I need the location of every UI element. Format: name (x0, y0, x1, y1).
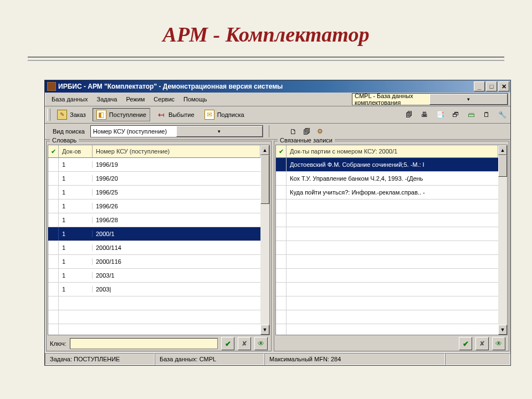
count-column-header[interactable]: Док-ов (59, 145, 93, 157)
table-row[interactable]: 12000/1 (48, 227, 260, 241)
list-item[interactable] (276, 269, 498, 283)
table-row[interactable]: 12003/1 (48, 269, 260, 283)
menu-service[interactable]: Сервис (149, 94, 179, 104)
scroll-thumb[interactable] (498, 155, 507, 177)
table-row[interactable]: 12000/116 (48, 255, 260, 269)
related-cancel-button[interactable] (475, 337, 489, 350)
row-check[interactable] (48, 172, 59, 185)
row-check[interactable] (276, 269, 287, 282)
list-item[interactable] (276, 283, 498, 296)
tool-icon-1[interactable] (403, 109, 415, 121)
tool-icon-6[interactable] (480, 109, 493, 121)
table-row[interactable]: 12003| (48, 283, 260, 296)
row-check[interactable] (48, 296, 59, 310)
scroll-thumb[interactable] (260, 155, 269, 204)
row-check[interactable] (276, 172, 287, 185)
database-combo-dropdown-icon[interactable] (429, 94, 508, 105)
row-check[interactable] (276, 213, 287, 227)
scrollbar[interactable]: ▲ ▼ (498, 145, 507, 335)
key-view-button[interactable] (254, 337, 268, 350)
check-column-header[interactable] (276, 145, 287, 157)
value-column-header[interactable]: Номер КСУ (поступление) (93, 145, 260, 157)
related-ok-button[interactable] (459, 337, 472, 350)
list-item[interactable] (276, 310, 498, 324)
table-row[interactable]: 12000/114 (48, 241, 260, 255)
search-type-combo[interactable]: Номер КСУ (поступление) (90, 125, 263, 137)
row-check[interactable] (48, 269, 59, 282)
tool-icon-5[interactable] (465, 109, 477, 121)
database-combo[interactable]: CMPL - База данных комплектования (352, 93, 508, 105)
scrollbar[interactable]: ▲ ▼ (260, 145, 269, 335)
minimize-button[interactable]: _ (474, 81, 485, 91)
settings-icon[interactable] (315, 126, 326, 137)
table-row[interactable]: 11996/28 (48, 213, 260, 227)
check-column-header[interactable] (48, 145, 59, 157)
dictionary-grid[interactable]: Док-ов Номер КСУ (поступление) 11996/191… (48, 145, 270, 335)
tool-icon-7[interactable] (496, 109, 508, 121)
new-record-icon[interactable] (288, 126, 299, 137)
tool-icon-3[interactable] (434, 109, 446, 121)
menu-mode[interactable]: Режим (121, 94, 149, 104)
list-item[interactable] (276, 241, 498, 255)
row-check[interactable] (48, 200, 59, 213)
key-ok-button[interactable] (221, 337, 234, 350)
copy-record-icon[interactable] (301, 126, 313, 137)
row-check[interactable] (276, 255, 287, 268)
print-icon[interactable] (418, 109, 431, 121)
list-item[interactable] (276, 324, 498, 335)
key-input[interactable] (70, 338, 218, 349)
row-check[interactable] (48, 324, 59, 335)
key-cancel-button[interactable] (238, 337, 251, 350)
related-view-button[interactable] (492, 337, 505, 350)
scroll-down-icon[interactable]: ▼ (498, 325, 507, 335)
related-column-header[interactable]: Док-ты партии с номером КСУ: 2000/1 (287, 145, 498, 157)
table-row[interactable]: 11996/20 (48, 172, 260, 186)
scroll-up-icon[interactable]: ▲ (260, 145, 269, 155)
row-check[interactable] (276, 186, 287, 199)
close-button[interactable]: ✕ (498, 81, 509, 91)
row-check[interactable] (48, 283, 59, 296)
row-check[interactable] (276, 324, 287, 335)
menu-help[interactable]: Помощь (179, 94, 212, 104)
table-row[interactable] (48, 310, 260, 324)
row-check[interactable] (276, 227, 287, 241)
scroll-down-icon[interactable]: ▼ (260, 325, 269, 335)
row-check[interactable] (276, 283, 287, 296)
row-check[interactable] (48, 158, 59, 171)
table-row[interactable] (48, 296, 260, 310)
row-check[interactable] (48, 241, 59, 254)
row-check[interactable] (276, 296, 287, 310)
row-check[interactable] (48, 227, 59, 241)
list-item[interactable]: Куда пойти учиться?: Информ.-реклам.спра… (276, 186, 498, 200)
row-check[interactable] (276, 241, 287, 254)
table-row[interactable] (48, 324, 260, 335)
row-check[interactable] (48, 255, 59, 268)
tool-icon-4[interactable] (449, 109, 462, 121)
row-check[interactable] (48, 310, 59, 324)
list-item[interactable] (276, 227, 498, 241)
row-check[interactable] (48, 213, 59, 227)
row-check[interactable] (276, 158, 287, 171)
scroll-up-icon[interactable]: ▲ (498, 145, 507, 155)
search-type-dropdown-icon[interactable] (176, 126, 263, 137)
row-check[interactable] (276, 200, 287, 213)
list-item[interactable] (276, 296, 498, 310)
list-item[interactable] (276, 200, 498, 213)
disposal-button[interactable]: Выбытие (154, 109, 198, 120)
list-item[interactable]: Кох Т.У. Управление банком Ч.2,4, 1993. … (276, 172, 498, 186)
related-grid[interactable]: Док-ты партии с номером КСУ: 2000/1 Дост… (275, 145, 508, 335)
menu-database[interactable]: База данных (47, 94, 93, 104)
list-item[interactable] (276, 255, 498, 269)
maximize-button[interactable]: □ (486, 81, 497, 91)
row-check[interactable] (276, 310, 287, 324)
menu-task[interactable]: Задача (93, 94, 122, 104)
row-check[interactable] (48, 186, 59, 199)
table-row[interactable]: 11996/26 (48, 200, 260, 213)
table-row[interactable]: 11996/25 (48, 186, 260, 200)
list-item[interactable]: Достоевский Ф.М. Собрание сочинений;5. -… (276, 158, 498, 172)
order-button[interactable]: Заказ (54, 109, 89, 121)
table-row[interactable]: 11996/19 (48, 158, 260, 172)
list-item[interactable] (276, 213, 498, 227)
subscription-button[interactable]: Подписка (201, 109, 248, 121)
incoming-button[interactable]: Поступление (93, 108, 150, 121)
